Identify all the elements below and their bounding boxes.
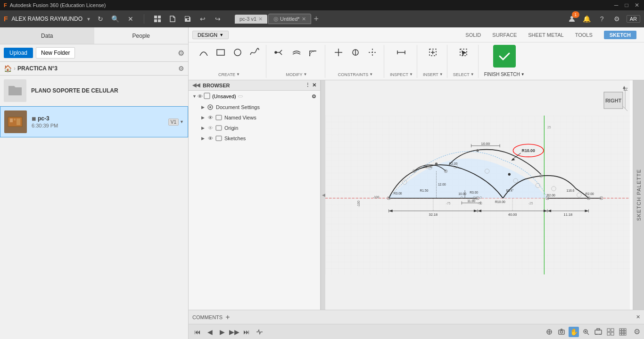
browser-root-arrow[interactable]: ▼ <box>192 94 197 99</box>
fillet-tool-icon[interactable] <box>306 45 321 60</box>
refresh-icon[interactable]: ↻ <box>95 13 106 25</box>
settings-icon[interactable]: ⚙ <box>611 13 623 25</box>
trim-tool-icon[interactable] <box>272 45 287 60</box>
svg-text:-25: -25 <box>528 202 533 205</box>
playback-first-icon[interactable]: ⏮ <box>192 327 203 337</box>
svg-rect-2 <box>154 19 157 22</box>
browser-item-named-views[interactable]: ▶ 👁 Named Views <box>189 112 320 123</box>
tab-untitled[interactable]: ◎ Untitled* ✕ <box>268 14 311 24</box>
close-button[interactable]: ✕ <box>634 2 640 8</box>
hand-tool-icon[interactable]: ✋ <box>569 327 579 337</box>
zoom-icon[interactable] <box>581 327 591 337</box>
browser-collapse-icon[interactable]: ◀◀ <box>192 82 200 88</box>
upload-button[interactable]: Upload <box>4 48 33 58</box>
comments-collapse-icon[interactable]: ✕ <box>636 314 640 320</box>
svg-point-46 <box>476 149 479 152</box>
playback-next-icon[interactable]: ▶▶ <box>229 327 239 337</box>
panel-settings-icon[interactable]: ⚙ <box>178 49 184 58</box>
svg-text:R10.00: R10.00 <box>522 148 535 153</box>
svg-rect-137 <box>607 332 610 335</box>
save-icon[interactable] <box>182 13 193 25</box>
rectangle-tool-icon[interactable] <box>213 45 228 60</box>
doc-settings-label: Document Settings <box>216 104 260 110</box>
browser-root-gear-icon[interactable]: ⚙ <box>312 93 316 100</box>
sketch-menu[interactable]: SKETCH <box>604 31 636 39</box>
solid-menu[interactable]: SOLID <box>465 32 481 38</box>
tab-untitled-close[interactable]: ✕ <box>302 16 306 22</box>
list-item[interactable]: PLANO SOPORTE DE CELULAR <box>0 76 188 106</box>
svg-line-128 <box>587 333 589 335</box>
tab-people[interactable]: People <box>94 27 189 44</box>
constraint1-icon[interactable] <box>331 45 346 60</box>
offset-tool-icon[interactable] <box>289 45 304 60</box>
tab-pc3v1-close[interactable]: ✕ <box>258 16 263 22</box>
grid-display-icon[interactable] <box>605 327 616 337</box>
redo-icon[interactable]: ↪ <box>212 13 223 25</box>
svg-text:-75: -75 <box>446 202 451 205</box>
svg-point-114 <box>508 173 511 176</box>
sheet-metal-menu[interactable]: SHEET METAL <box>528 32 563 38</box>
file-icon[interactable] <box>167 13 178 25</box>
breadcrumb-settings-icon[interactable]: ⚙ <box>178 65 184 72</box>
undo-icon[interactable]: ↩ <box>197 13 208 25</box>
bottom-settings-icon[interactable]: ⚙ <box>634 327 640 336</box>
add-comment-icon[interactable]: + <box>225 313 230 322</box>
browser-item-document-settings[interactable]: ▶ Document Settings <box>189 102 320 112</box>
new-folder-button[interactable]: New Folder <box>36 47 75 59</box>
new-tab-btn[interactable]: + <box>312 14 321 24</box>
maximize-button[interactable]: □ <box>623 2 630 8</box>
svg-rect-0 <box>154 16 157 18</box>
camera-icon[interactable] <box>556 327 567 337</box>
svg-rect-138 <box>611 332 614 335</box>
finish-sketch-button[interactable] <box>493 45 516 68</box>
display-settings-icon[interactable] <box>593 327 603 337</box>
browser-header: ◀◀ BROWSER ⋮ ✕ <box>189 80 320 91</box>
notifications-icon[interactable]: 🔔 <box>581 13 593 25</box>
surface-menu[interactable]: SURFACE <box>492 32 517 38</box>
viewcube[interactable]: RIGHT Z <box>602 85 630 118</box>
tools-menu[interactable]: TOOLS <box>575 32 593 38</box>
viewport-options-icon[interactable] <box>544 327 554 337</box>
sketch-palette-label: SKETCH PALETTE <box>636 169 642 221</box>
constraint2-icon[interactable] <box>348 45 363 60</box>
more-options-icon[interactable] <box>618 327 628 337</box>
apps-grid-icon[interactable] <box>152 13 163 25</box>
playback-play-icon[interactable]: ▶ <box>217 327 227 337</box>
tab-pc3v1[interactable]: pc-3 v1 ✕ <box>235 15 267 24</box>
minimize-button[interactable]: ─ <box>613 2 619 8</box>
sketches-visibility[interactable]: 👁 <box>206 135 214 142</box>
constraint3-icon[interactable] <box>365 45 380 60</box>
keyframe-icon[interactable] <box>254 327 264 337</box>
origin-visibility[interactable]: 👁 <box>206 124 214 132</box>
svg-rect-30 <box>216 136 222 141</box>
dropdown-icon[interactable]: ▼ <box>86 17 91 22</box>
svg-rect-3 <box>158 19 161 22</box>
browser-item-origin[interactable]: ▶ 👁 Origin <box>189 123 320 133</box>
svg-text:R1.50: R1.50 <box>420 189 429 192</box>
close-icon-appbar[interactable]: ✕ <box>125 13 136 25</box>
browser-close-icon[interactable]: ✕ <box>312 82 316 88</box>
select-icon[interactable] <box>456 45 471 60</box>
list-item-selected[interactable]: ◼ pc-3 6:30:39 PM V1 ▼ <box>0 106 188 137</box>
modify-label: MODIFY ▼ <box>286 72 307 78</box>
arc-tool-icon[interactable] <box>196 45 211 60</box>
version-dropdown-icon[interactable]: ▼ <box>180 119 184 124</box>
search-icon[interactable]: 🔍 <box>110 13 121 25</box>
insert-icon[interactable] <box>425 45 440 60</box>
spline-tool-icon[interactable] <box>247 45 262 60</box>
help-icon[interactable]: ? <box>596 13 608 25</box>
browser-visibility-root[interactable]: 👁 <box>198 93 203 99</box>
browser-options-icon[interactable]: ⋮ <box>305 82 310 88</box>
inspect-icon[interactable] <box>394 45 409 60</box>
breadcrumb: 🏠 › PRACTICA N°3 ⚙ <box>0 62 188 76</box>
playback-prev-icon[interactable]: ◀ <box>205 327 215 337</box>
sketch-palette-panel[interactable]: SKETCH PALETTE <box>633 80 644 310</box>
browser-panel: ◀◀ BROWSER ⋮ ✕ ▼ 👁 (Unsaved) <box>189 80 321 310</box>
named-views-visibility[interactable]: 👁 <box>206 114 214 121</box>
design-menu-btn[interactable]: DESIGN ▼ <box>192 31 229 39</box>
tab-data[interactable]: Data <box>0 27 94 44</box>
user-count-icon[interactable]: 1 <box>566 13 578 25</box>
playback-last-icon[interactable]: ⏭ <box>241 327 252 337</box>
browser-item-sketches[interactable]: ▶ 👁 Sketches <box>189 133 320 144</box>
circle-tool-icon[interactable] <box>230 45 245 60</box>
